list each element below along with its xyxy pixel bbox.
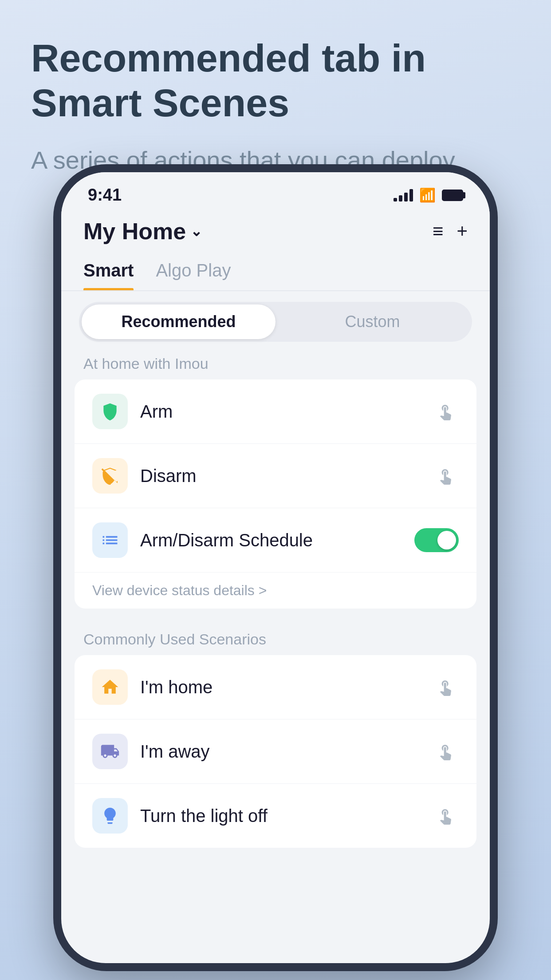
away-icon — [92, 734, 128, 769]
app-header: My Home ⌄ ≡ + — [61, 209, 490, 253]
status-time: 9:41 — [88, 186, 122, 205]
phone-wrapper: 9:41 📶 My Home ⌄ — [53, 164, 498, 971]
commonly-used-card: I'm home — [75, 655, 476, 848]
view-details-link[interactable]: View device status details > — [75, 573, 476, 609]
content-area: At home with Imou Arm — [61, 342, 490, 963]
arm-touch-icon — [432, 398, 459, 425]
list-item-schedule[interactable]: Arm/Disarm Schedule — [75, 508, 476, 573]
phone-frame: 9:41 📶 My Home ⌄ — [53, 164, 498, 971]
home-name: My Home — [83, 218, 186, 245]
subtab-recommended[interactable]: Recommended — [82, 304, 276, 339]
section-at-home-label: At home with Imou — [61, 342, 490, 379]
disarm-icon — [92, 458, 128, 494]
im-away-touch-icon — [432, 738, 459, 765]
tab-smart[interactable]: Smart — [83, 253, 134, 290]
disarm-label: Disarm — [140, 466, 420, 486]
list-item-arm[interactable]: Arm — [75, 379, 476, 444]
page-header: Recommended tab in Smart Scenes A series… — [31, 36, 520, 178]
light-icon — [92, 798, 128, 834]
section-commonly-used-label: Commonly Used Scenarios — [61, 617, 490, 655]
list-item-disarm[interactable]: Disarm — [75, 444, 476, 508]
list-item-im-home[interactable]: I'm home — [75, 655, 476, 719]
chevron-down-icon: ⌄ — [190, 223, 202, 240]
tab-algoplay[interactable]: Algo Play — [156, 253, 231, 290]
arm-icon — [92, 394, 128, 429]
wifi-icon: 📶 — [419, 187, 436, 203]
main-tabs: Smart Algo Play — [61, 253, 490, 291]
at-home-card: Arm Disa — [75, 379, 476, 609]
signal-icon — [394, 189, 413, 202]
add-icon[interactable]: + — [457, 221, 468, 242]
list-item-im-away[interactable]: I'm away — [75, 719, 476, 784]
home-scene-icon — [92, 669, 128, 705]
subtab-custom[interactable]: Custom — [276, 304, 469, 339]
list-item-turn-light-off[interactable]: Turn the light off — [75, 784, 476, 848]
im-away-label: I'm away — [140, 742, 420, 762]
im-home-touch-icon — [432, 674, 459, 700]
arm-label: Arm — [140, 402, 420, 422]
header-actions: ≡ + — [433, 221, 468, 242]
battery-icon — [442, 190, 463, 201]
schedule-toggle[interactable] — [414, 528, 459, 552]
turn-light-off-label: Turn the light off — [140, 806, 420, 826]
status-icons: 📶 — [394, 187, 463, 203]
disarm-touch-icon — [432, 462, 459, 489]
schedule-icon — [92, 522, 128, 558]
page-title: Recommended tab in Smart Scenes — [31, 36, 520, 125]
im-home-label: I'm home — [140, 677, 420, 697]
status-bar: 9:41 📶 — [61, 172, 490, 209]
turn-light-touch-icon — [432, 802, 459, 829]
sub-tabs: Recommended Custom — [79, 302, 472, 342]
home-selector[interactable]: My Home ⌄ — [83, 218, 202, 245]
phone-screen: 9:41 📶 My Home ⌄ — [61, 172, 490, 963]
schedule-label: Arm/Disarm Schedule — [140, 530, 402, 550]
list-icon[interactable]: ≡ — [433, 221, 444, 242]
